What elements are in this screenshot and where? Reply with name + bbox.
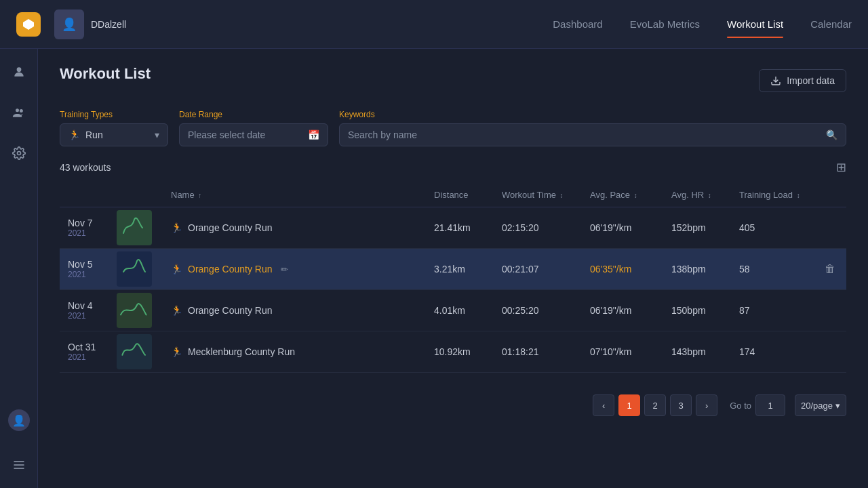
delete-button[interactable]: 🗑 — [819, 260, 846, 278]
map-cell[interactable] — [114, 249, 163, 290]
training-type-filter: Training Types 🏃 Run ▾ — [60, 110, 168, 146]
distance-cell: 10.92km — [426, 331, 494, 373]
username: DDalzell — [91, 19, 126, 30]
columns-toggle-icon[interactable]: ⊞ — [836, 160, 846, 175]
th-distance: Distance — [426, 183, 494, 207]
workout-time-value: 02:15:20 — [502, 222, 539, 233]
table-row[interactable]: Nov 4 2021 🏃 Orange County Ru — [60, 290, 846, 331]
chevron-down-icon: ▾ — [155, 129, 159, 140]
search-input[interactable] — [348, 124, 826, 146]
run-icon: 🏃 — [68, 129, 80, 140]
page-2-button[interactable]: 2 — [644, 394, 666, 416]
keywords-filter: Keywords 🔍 — [339, 110, 846, 146]
nav-workout-list[interactable]: Workout List — [727, 13, 783, 35]
per-page-select[interactable]: 20/page ▾ — [795, 394, 846, 416]
workout-time-value: 01:18:21 — [502, 346, 539, 357]
pace-sort-arrow: ↕ — [634, 192, 637, 199]
training-type-label: Training Types — [60, 110, 168, 119]
avg-pace-cell: 06'35"/km — [582, 249, 663, 290]
workout-type-icon: 🏃 — [171, 346, 182, 357]
name-sort-arrow: ↑ — [198, 192, 201, 199]
avg-hr-cell: 150bpm — [663, 290, 731, 331]
workout-time-cell: 00:21:07 — [494, 249, 582, 290]
date-range-input[interactable]: Please select date 📅 — [179, 123, 328, 146]
search-icon[interactable]: 🔍 — [826, 129, 837, 140]
actions-cell — [819, 290, 846, 331]
map-thumbnail — [117, 334, 152, 369]
content-area: Workout List Import data Training Types … — [38, 49, 868, 488]
page-1-button[interactable]: 1 — [618, 394, 640, 416]
count-row: 43 workouts ⊞ — [60, 160, 846, 175]
workout-type-icon: 🏃 — [171, 264, 182, 274]
avg-pace-value: 06'19"/km — [590, 222, 631, 233]
next-page-button[interactable]: › — [696, 394, 717, 416]
th-name[interactable]: Name ↑ — [163, 183, 426, 207]
table-row[interactable]: Nov 5 2021 🏃 Orange County Ru — [60, 249, 846, 290]
distance-cell: 4.01km — [426, 290, 494, 331]
workout-time-cell: 01:18:21 — [494, 331, 582, 373]
sidebar-menu-icon[interactable] — [7, 453, 31, 477]
training-type-value: Run — [85, 129, 103, 140]
nav-calendar[interactable]: Calendar — [810, 13, 852, 35]
map-cell[interactable] — [114, 331, 163, 373]
prev-page-button[interactable]: ‹ — [593, 394, 614, 416]
name-cell: 🏃 Orange County Run — [163, 207, 426, 249]
workout-time-value: 00:21:07 — [502, 264, 539, 274]
actions-cell[interactable]: 🗑 — [819, 249, 846, 290]
map-cell[interactable] — [114, 207, 163, 249]
sidebar-person-icon[interactable] — [7, 60, 31, 84]
hr-sort-arrow: ↕ — [708, 192, 711, 199]
goto-input[interactable] — [755, 394, 785, 416]
training-load-value: 405 — [739, 222, 755, 233]
sidebar-avatar-small[interactable]: 👤 — [8, 409, 30, 431]
date-day: Oct 31 — [68, 342, 96, 352]
date-placeholder: Please select date — [188, 129, 265, 140]
th-avg-hr[interactable]: Avg. HR ↕ — [663, 183, 731, 207]
training-load-value: 87 — [739, 305, 750, 316]
avg-hr-value: 138bpm — [671, 264, 706, 274]
time-sort-arrow: ↕ — [560, 192, 564, 199]
date-range-filter: Date Range Please select date 📅 — [179, 110, 328, 146]
import-button[interactable]: Import data — [759, 69, 846, 92]
calendar-icon: 📅 — [308, 129, 319, 140]
workout-time-cell: 00:25:20 — [494, 290, 582, 331]
date-year: 2021 — [68, 311, 93, 321]
title-row: Workout List Import data — [60, 65, 846, 96]
map-thumbnail — [117, 293, 152, 328]
distance-cell: 21.41km — [426, 207, 494, 249]
avg-hr-cell: 152bpm — [663, 207, 731, 249]
page-3-button[interactable]: 3 — [670, 394, 692, 416]
training-load-cell: 174 — [731, 331, 819, 373]
main-nav: Dashboard EvoLab Metrics Workout List Ca… — [553, 13, 852, 35]
import-label: Import data — [787, 75, 835, 86]
workout-list: Nov 7 2021 🏃 Orange County Ru — [60, 207, 846, 373]
svg-point-2 — [16, 108, 19, 112]
table-row[interactable]: Nov 7 2021 🏃 Orange County Ru — [60, 207, 846, 249]
workout-name: Mecklenburg County Run — [188, 346, 295, 357]
avatar: 👤 — [54, 9, 84, 39]
workout-type-icon: 🏃 — [171, 305, 182, 316]
th-workout-time[interactable]: Workout Time ↕ — [494, 183, 582, 207]
edit-icon[interactable]: ✏ — [281, 264, 288, 274]
avg-hr-value: 143bpm — [671, 346, 706, 357]
sidebar-settings-icon[interactable] — [7, 141, 31, 165]
th-avg-pace[interactable]: Avg. Pace ↕ — [582, 183, 663, 207]
table-row[interactable]: Oct 31 2021 🏃 Mecklenburg Cou — [60, 331, 846, 373]
th-training-load[interactable]: Training Load ↕ — [731, 183, 819, 207]
distance-cell: 3.21km — [426, 249, 494, 290]
workout-name[interactable]: Orange County Run — [188, 264, 273, 274]
svg-point-1 — [16, 67, 21, 72]
avg-pace-cell: 07'10"/km — [582, 331, 663, 373]
name-cell[interactable]: 🏃 Orange County Run ✏ — [163, 249, 426, 290]
nav-evolab[interactable]: EvoLab Metrics — [630, 13, 700, 35]
nav-dashboard[interactable]: Dashboard — [553, 13, 602, 35]
sidebar-group-icon[interactable] — [7, 100, 31, 125]
th-date — [60, 183, 114, 207]
user-profile[interactable]: 👤 DDalzell — [54, 9, 126, 39]
map-cell[interactable] — [114, 290, 163, 331]
actions-cell — [819, 207, 846, 249]
goto-label: Go to — [730, 401, 751, 411]
date-year: 2021 — [68, 270, 93, 279]
training-type-select[interactable]: 🏃 Run ▾ — [60, 123, 168, 146]
date-cell: Nov 5 2021 — [60, 249, 114, 290]
